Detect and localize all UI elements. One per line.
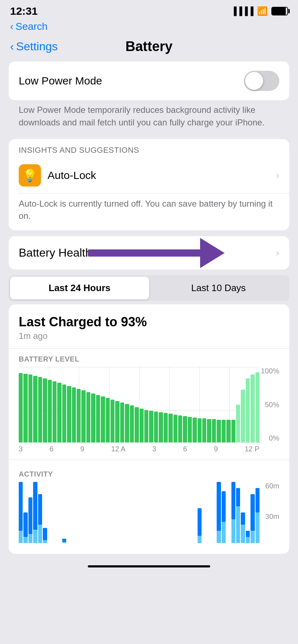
bar-wrap bbox=[154, 367, 158, 442]
bar-wrap bbox=[72, 367, 76, 442]
battery-bar bbox=[222, 420, 226, 442]
activity-bar-wrap bbox=[207, 482, 211, 543]
activity-chart: 60m 30m bbox=[19, 482, 279, 554]
activity-bar-wrap bbox=[96, 482, 100, 543]
last-charged-text: Last Charged to 93% bbox=[19, 314, 279, 330]
bar-wrap bbox=[125, 367, 129, 442]
back-link[interactable]: ‹ Search bbox=[10, 21, 288, 32]
battery-bar bbox=[77, 389, 81, 442]
battery-bar bbox=[178, 415, 182, 443]
battery-bar bbox=[250, 374, 254, 442]
battery-bar bbox=[226, 420, 230, 442]
activity-bar-cyan bbox=[23, 537, 27, 543]
bar-wrap bbox=[77, 367, 81, 442]
activity-bar-wrap bbox=[86, 482, 90, 543]
activity-bar-wrap bbox=[188, 482, 192, 543]
activity-bar-blue bbox=[38, 494, 42, 525]
activity-bar-wrap bbox=[173, 482, 177, 543]
activity-y-60m: 60m bbox=[265, 482, 279, 490]
activity-bar-wrap bbox=[212, 482, 216, 543]
activity-divider bbox=[9, 460, 289, 460]
arrow-body bbox=[88, 249, 201, 257]
bar-wrap bbox=[222, 367, 226, 442]
battery-bar bbox=[130, 405, 134, 442]
bar-wrap bbox=[173, 367, 177, 442]
chart-divider bbox=[9, 348, 289, 349]
activity-bar-wrap bbox=[53, 482, 57, 543]
bar-wrap bbox=[198, 367, 202, 442]
battery-bar bbox=[140, 409, 144, 443]
battery-health-section: Battery Health › bbox=[9, 236, 289, 270]
grid-line-0 bbox=[19, 442, 259, 443]
low-power-row[interactable]: Low Power Mode bbox=[9, 61, 289, 100]
activity-bar-cyan bbox=[217, 531, 221, 543]
battery-icon bbox=[271, 7, 288, 15]
battery-bar bbox=[164, 413, 168, 442]
autolock-icon-bg: 💡 bbox=[19, 164, 41, 187]
bar-wrap bbox=[188, 367, 192, 442]
activity-bar-cyan bbox=[231, 519, 235, 543]
activity-bars-area bbox=[19, 482, 259, 543]
bar-wrap bbox=[164, 367, 168, 442]
low-power-toggle[interactable] bbox=[244, 71, 279, 91]
battery-bar bbox=[48, 380, 52, 442]
chart-x-labels: 3 6 9 12 A 3 6 9 12 P bbox=[19, 445, 259, 453]
bar-wrap bbox=[101, 367, 105, 442]
tab-last-24-hours[interactable]: Last 24 Hours bbox=[10, 277, 149, 299]
activity-bar-cyan bbox=[28, 534, 32, 543]
wifi-icon: 📶 bbox=[257, 6, 268, 16]
back-chevron-icon: ‹ bbox=[10, 21, 13, 32]
autolock-row[interactable]: 💡 Auto-Lock › bbox=[9, 158, 289, 193]
low-power-section: Low Power Mode Low Power Mode temporaril… bbox=[9, 61, 289, 135]
bar-wrap bbox=[207, 367, 211, 442]
battery-bar bbox=[91, 394, 95, 443]
battery-bar bbox=[43, 378, 47, 443]
activity-bar-blue bbox=[250, 494, 254, 531]
status-time: 12:31 bbox=[10, 5, 38, 17]
battery-bar bbox=[62, 385, 66, 443]
bar-wrap bbox=[231, 367, 235, 442]
battery-bar bbox=[120, 402, 124, 442]
activity-bar-wrap bbox=[43, 482, 47, 543]
battery-level-chart: 100% 50% 0% 3 6 9 12 A 3 6 9 12 P bbox=[19, 367, 279, 453]
activity-bar-blue bbox=[198, 508, 202, 536]
activity-bar-cyan bbox=[222, 522, 226, 543]
settings-back-link[interactable]: ‹ Settings bbox=[10, 40, 58, 53]
autolock-description: Auto-Lock is currently turned off. You c… bbox=[9, 193, 289, 231]
battery-bar bbox=[115, 401, 119, 443]
battery-bar bbox=[81, 390, 85, 442]
activity-bar-wrap bbox=[164, 482, 168, 543]
time-period-tabs-container: Last 24 Hours Last 10 Days bbox=[0, 275, 298, 301]
low-power-label: Low Power Mode bbox=[19, 75, 102, 87]
x-label-6a: 6 bbox=[50, 445, 54, 453]
activity-bar-wrap bbox=[125, 482, 129, 543]
battery-bar bbox=[159, 412, 163, 442]
bar-wrap bbox=[62, 367, 66, 442]
battery-bar bbox=[173, 415, 177, 443]
activity-bar-wrap bbox=[226, 482, 230, 543]
activity-bar-blue bbox=[236, 488, 240, 506]
battery-bar bbox=[101, 396, 105, 442]
time-ago-text: 1m ago bbox=[19, 331, 279, 341]
activity-bar-wrap bbox=[106, 482, 110, 543]
time-tabs: Last 24 Hours Last 10 Days bbox=[9, 275, 289, 301]
battery-bar bbox=[53, 381, 57, 442]
activity-bar-wrap bbox=[62, 482, 66, 543]
x-label-9p: 9 bbox=[214, 445, 218, 453]
battery-bar bbox=[231, 420, 235, 442]
tab-last-10-days[interactable]: Last 10 Days bbox=[149, 277, 288, 299]
bar-wrap bbox=[115, 367, 119, 442]
activity-bar-wrap bbox=[159, 482, 163, 543]
activity-bar-wrap bbox=[91, 482, 95, 543]
battery-health-row[interactable]: Battery Health › bbox=[9, 236, 289, 270]
activity-bar-wrap bbox=[115, 482, 119, 543]
x-label-3p: 3 bbox=[152, 445, 156, 453]
activity-bar-cyan bbox=[256, 512, 259, 543]
scroll-indicator bbox=[88, 565, 210, 567]
activity-bar-wrap bbox=[77, 482, 81, 543]
page-title: Battery bbox=[126, 39, 173, 54]
activity-section: ACTIVITY 60m 30m bbox=[19, 453, 279, 554]
activity-bar-wrap bbox=[23, 482, 27, 543]
activity-bar-wrap bbox=[130, 482, 134, 543]
battery-bar bbox=[149, 411, 153, 442]
